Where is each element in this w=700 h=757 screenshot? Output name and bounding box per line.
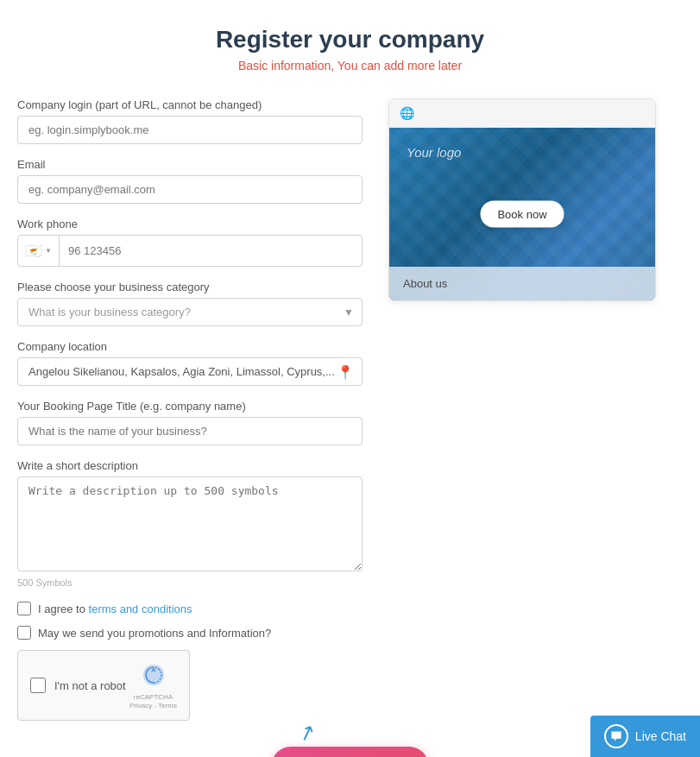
phone-group: Work phone 🇨🇾 ▼ — [17, 218, 363, 267]
promotions-checkbox[interactable] — [17, 626, 31, 640]
company-login-group: Company login (part of URL, cannot be ch… — [17, 98, 363, 144]
email-label: Email — [17, 158, 363, 171]
booking-title-group: Your Booking Page Title (e.g. company na… — [17, 400, 363, 445]
terms-link[interactable]: terms and conditions — [89, 602, 192, 615]
recaptcha-checkbox[interactable] — [30, 678, 46, 693]
phone-row: 🇨🇾 ▼ — [17, 235, 363, 267]
chat-icon — [604, 724, 628, 748]
location-row: 📍 — [17, 357, 363, 386]
email-input[interactable] — [17, 175, 363, 204]
live-chat-label: Live Chat — [635, 729, 686, 743]
company-login-label: Company login (part of URL, cannot be ch… — [17, 98, 363, 111]
preview-image-area: Your logo Book now About us — [389, 128, 655, 300]
main-content: Company login (part of URL, cannot be ch… — [17, 98, 683, 721]
recaptcha-logo: reCAPTCHA Privacy - Terms — [129, 661, 177, 710]
recaptcha-brand-text: reCAPTCHA Privacy - Terms — [129, 693, 177, 710]
your-logo-text: Your logo — [407, 145, 461, 160]
page-header: Register your company Basic information,… — [17, 26, 683, 73]
book-now-button[interactable]: Book now — [480, 201, 564, 228]
phone-input[interactable] — [60, 237, 362, 264]
live-chat-widget[interactable]: Live Chat — [590, 716, 700, 757]
booking-title-label: Your Booking Page Title (e.g. company na… — [17, 400, 363, 413]
business-category-select[interactable]: What is your business category? — [17, 298, 363, 326]
page-title: Register your company — [17, 26, 683, 54]
company-location-input[interactable] — [17, 357, 363, 386]
preview-section: 🌐 Your logo Book now About us — [388, 98, 656, 301]
business-category-group: Please choose your business category Wha… — [17, 281, 363, 326]
symbols-hint: 500 Symbols — [17, 577, 363, 588]
recaptcha-left: I'm not a robot — [30, 678, 126, 693]
company-login-input[interactable] — [17, 116, 363, 144]
registration-form: Company login (part of URL, cannot be ch… — [17, 98, 363, 721]
description-label: Write a short description — [17, 459, 363, 472]
page-wrapper: Register your company Basic information,… — [0, 0, 700, 757]
page-subtitle: Basic information, You can add more late… — [17, 59, 683, 73]
company-location-label: Company location — [17, 340, 363, 353]
description-group: Write a short description 500 Symbols — [17, 459, 363, 588]
preview-card: 🌐 Your logo Book now About us — [388, 98, 656, 301]
business-category-label: Please choose your business category — [17, 281, 363, 293]
terms-checkbox-group: I agree to terms and conditions — [17, 602, 363, 615]
about-us-bar: About us — [389, 267, 655, 300]
recaptcha-label: I'm not a robot — [54, 679, 126, 692]
promotions-checkbox-group: May we send you promotions and Informati… — [17, 626, 363, 640]
flag-emoji: 🇨🇾 — [25, 243, 42, 259]
flag-chevron-icon: ▼ — [45, 247, 52, 255]
recaptcha-widget[interactable]: I'm not a robot reCAPTCHA Privacy - Ter — [17, 650, 190, 721]
promotions-label[interactable]: May we send you promotions and Informati… — [38, 627, 271, 640]
terms-checkbox[interactable] — [17, 602, 31, 615]
signup-button[interactable]: Sign up now ✈ — [272, 747, 427, 757]
globe-icon: 🌐 — [400, 106, 414, 120]
recaptcha-icon — [140, 661, 167, 693]
submit-wrapper: ↗ Sign up now ✈ — [272, 747, 427, 757]
arrow-indicator: ↗ — [294, 719, 318, 748]
location-pin-icon: 📍 — [337, 363, 354, 380]
phone-flag-selector[interactable]: 🇨🇾 ▼ — [18, 236, 60, 266]
email-group: Email — [17, 158, 363, 204]
description-textarea[interactable] — [17, 476, 363, 571]
company-location-group: Company location 📍 — [17, 340, 363, 386]
business-category-select-row: What is your business category? ▼ — [17, 298, 363, 326]
booking-title-input[interactable] — [17, 417, 363, 445]
preview-top-bar: 🌐 — [389, 99, 655, 128]
submit-section: ↗ Sign up now ✈ Your free 14-day trial i… — [17, 747, 683, 757]
phone-label: Work phone — [17, 218, 363, 230]
terms-label[interactable]: I agree to terms and conditions — [38, 602, 192, 615]
